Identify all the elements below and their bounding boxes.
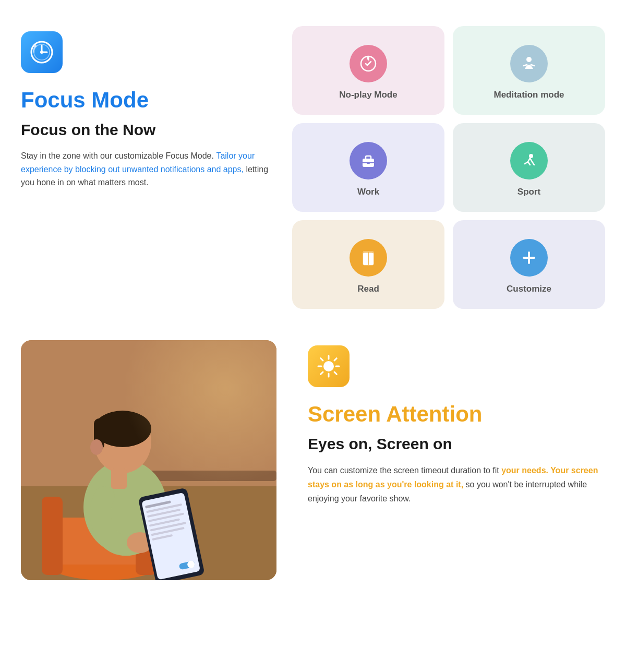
screen-desc-plain1: You can customize the screen timeout dur… <box>308 466 501 475</box>
mode-card-work[interactable]: Work <box>292 123 444 212</box>
svg-rect-15 <box>364 253 368 265</box>
svg-point-7 <box>526 57 532 62</box>
svg-line-52 <box>334 372 336 374</box>
svg-rect-10 <box>367 162 370 164</box>
top-section: Focus Mode Focus on the Now Stay in the … <box>0 0 626 330</box>
svg-rect-45 <box>21 340 276 580</box>
sport-label: Sport <box>517 187 540 197</box>
read-icon-circle <box>350 239 387 277</box>
meditation-icon-circle <box>510 45 548 82</box>
app-icon <box>21 31 63 73</box>
svg-rect-6 <box>367 56 369 60</box>
mode-cards-grid: No-play Mode Meditation mode <box>292 21 605 309</box>
mode-card-meditation[interactable]: Meditation mode <box>453 26 605 115</box>
mode-card-customize[interactable]: Customize <box>453 220 605 309</box>
focus-mode-title: Focus Mode <box>21 88 271 113</box>
left-panel: Focus Mode Focus on the Now Stay in the … <box>21 21 271 189</box>
focus-mode-subtitle: Focus on the Now <box>21 121 271 139</box>
svg-point-46 <box>323 361 334 371</box>
screen-attention-panel: Screen Attention Eyes on, Screen on You … <box>308 340 605 506</box>
mode-card-read[interactable]: Read <box>292 220 444 309</box>
person-photo <box>21 340 276 580</box>
svg-line-53 <box>334 358 336 361</box>
customize-label: Customize <box>507 284 551 294</box>
meditation-label: Meditation mode <box>493 90 564 100</box>
screen-attention-title: Screen Attention <box>308 402 605 427</box>
customize-icon-circle <box>510 239 548 277</box>
no-play-icon-circle <box>350 45 387 82</box>
no-play-label: No-play Mode <box>339 90 397 100</box>
svg-line-51 <box>321 358 323 361</box>
photo-placeholder <box>21 340 276 580</box>
svg-line-54 <box>321 372 323 374</box>
read-label: Read <box>357 284 379 294</box>
sun-icon-container <box>308 345 350 387</box>
svg-point-11 <box>529 154 533 158</box>
work-label: Work <box>357 187 379 197</box>
desc-plain1: Stay in the zone with our customizable F… <box>21 151 216 160</box>
screen-attention-description: You can customize the screen timeout dur… <box>308 463 605 506</box>
mode-card-sport[interactable]: Sport <box>453 123 605 212</box>
sport-icon-circle <box>510 142 548 179</box>
mode-card-no-play[interactable]: No-play Mode <box>292 26 444 115</box>
screen-attention-subtitle: Eyes on, Screen on <box>308 435 605 453</box>
bottom-section: Screen Attention Eyes on, Screen on You … <box>0 330 626 611</box>
work-icon-circle <box>350 142 387 179</box>
focus-mode-description: Stay in the zone with our customizable F… <box>21 149 271 189</box>
svg-point-4 <box>40 51 43 54</box>
